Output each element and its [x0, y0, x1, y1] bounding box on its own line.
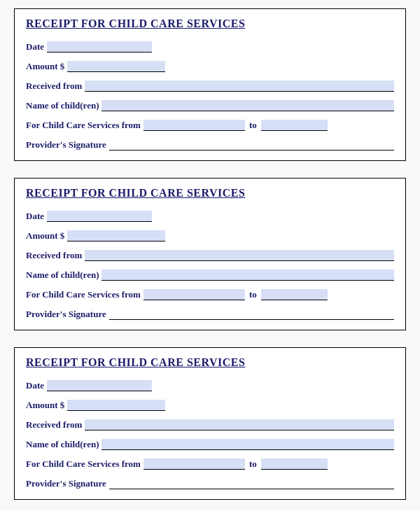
children-input[interactable]: [102, 270, 394, 281]
field-amount-row: Amount $: [26, 61, 394, 72]
signature-input[interactable]: [109, 141, 394, 150]
children-label: Name of child(ren): [26, 439, 102, 450]
received-from-input[interactable]: [85, 250, 394, 261]
to-label: to: [245, 120, 261, 131]
services-to-input[interactable]: [261, 458, 328, 470]
services-to-input[interactable]: [261, 289, 328, 300]
services-from-input[interactable]: [144, 458, 245, 470]
amount-input[interactable]: [67, 61, 165, 72]
field-date-row: Date: [26, 380, 394, 391]
services-from-label: For Child Care Services from: [26, 289, 144, 300]
received-from-input[interactable]: [85, 80, 394, 92]
field-signature-row: Provider's Signature: [26, 309, 394, 320]
signature-label: Provider's Signature: [26, 478, 109, 489]
services-from-input[interactable]: [144, 289, 245, 300]
date-label: Date: [26, 41, 47, 52]
received-from-label: Received from: [26, 250, 85, 261]
field-received-from-row: Received from: [26, 419, 394, 430]
receipt-box: RECEIPT FOR CHILD CARE SERVICES Date Amo…: [14, 178, 406, 330]
date-input[interactable]: [47, 41, 152, 52]
receipt-box: RECEIPT FOR CHILD CARE SERVICES Date Amo…: [14, 8, 406, 161]
date-input[interactable]: [47, 211, 152, 222]
field-children-row: Name of child(ren): [26, 439, 394, 450]
date-label: Date: [26, 380, 47, 391]
amount-label: Amount $: [26, 400, 67, 411]
date-label: Date: [26, 211, 47, 222]
field-services-range-row: For Child Care Services from to: [26, 120, 394, 131]
field-received-from-row: Received from: [26, 250, 394, 261]
received-from-input[interactable]: [85, 419, 394, 430]
children-input[interactable]: [102, 439, 394, 450]
amount-label: Amount $: [26, 230, 67, 241]
services-from-label: For Child Care Services from: [26, 458, 144, 470]
field-date-row: Date: [26, 41, 394, 52]
receipt-title: RECEIPT FOR CHILD CARE SERVICES: [26, 187, 394, 200]
signature-input[interactable]: [109, 479, 394, 489]
received-from-label: Received from: [26, 419, 85, 430]
field-services-range-row: For Child Care Services from to: [26, 289, 394, 300]
field-services-range-row: For Child Care Services from to: [26, 458, 394, 470]
receipt-title: RECEIPT FOR CHILD CARE SERVICES: [26, 18, 394, 30]
services-from-label: For Child Care Services from: [26, 120, 144, 131]
signature-label: Provider's Signature: [26, 139, 109, 150]
field-amount-row: Amount $: [26, 400, 394, 411]
signature-input[interactable]: [109, 310, 394, 320]
date-input[interactable]: [47, 380, 152, 391]
receipt-box: RECEIPT FOR CHILD CARE SERVICES Date Amo…: [14, 347, 406, 500]
children-label: Name of child(ren): [26, 100, 102, 111]
services-to-input[interactable]: [261, 120, 328, 131]
to-label: to: [245, 458, 261, 470]
children-input[interactable]: [102, 100, 394, 111]
received-from-label: Received from: [26, 80, 85, 92]
field-children-row: Name of child(ren): [26, 270, 394, 281]
field-signature-row: Provider's Signature: [26, 139, 394, 150]
services-from-input[interactable]: [144, 120, 245, 131]
field-amount-row: Amount $: [26, 230, 394, 241]
children-label: Name of child(ren): [26, 270, 102, 281]
amount-label: Amount $: [26, 61, 67, 72]
amount-input[interactable]: [67, 400, 165, 411]
signature-label: Provider's Signature: [26, 309, 109, 320]
field-date-row: Date: [26, 211, 394, 222]
receipt-title: RECEIPT FOR CHILD CARE SERVICES: [26, 356, 394, 369]
amount-input[interactable]: [67, 230, 165, 241]
field-signature-row: Provider's Signature: [26, 478, 394, 489]
to-label: to: [245, 289, 261, 300]
field-children-row: Name of child(ren): [26, 100, 394, 111]
field-received-from-row: Received from: [26, 80, 394, 92]
